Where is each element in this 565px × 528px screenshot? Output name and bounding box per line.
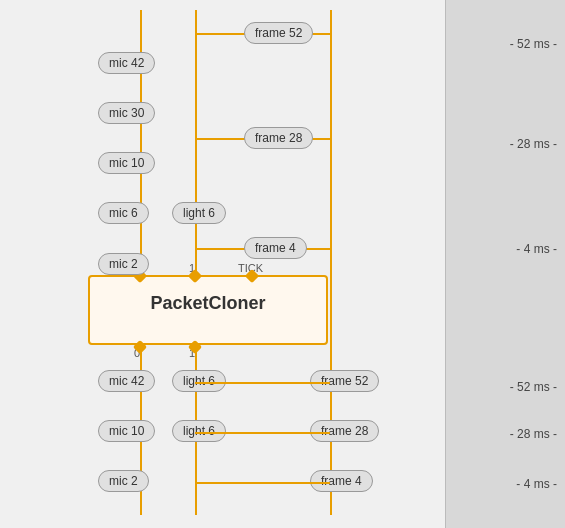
node-frame28-out[interactable]: frame 28 <box>310 420 379 442</box>
hline-out-frame52 <box>195 382 330 384</box>
node-light6-out2[interactable]: light 6 <box>172 420 226 442</box>
node-mic2-in[interactable]: mic 2 <box>98 253 149 275</box>
node-frame52-in[interactable]: frame 52 <box>244 22 313 44</box>
hline-out-frame4 <box>195 482 330 484</box>
timing-28ms-top: - 28 ms - <box>510 137 557 151</box>
timing-52ms-top: - 52 ms - <box>510 37 557 51</box>
node-frame28-in[interactable]: frame 28 <box>244 127 313 149</box>
timing-28ms-bot: - 28 ms - <box>510 427 557 441</box>
diagram-area: PacketCloner 0 1 TICK 0 1 mic 42 mic 30 … <box>0 0 390 528</box>
timing-52ms-bot: - 52 ms - <box>510 380 557 394</box>
node-frame4-in[interactable]: frame 4 <box>244 237 307 259</box>
timing-4ms-bot: - 4 ms - <box>516 477 557 491</box>
node-light6-out1[interactable]: light 6 <box>172 370 226 392</box>
hline-out-frame28 <box>195 432 330 434</box>
node-mic2-out[interactable]: mic 2 <box>98 470 149 492</box>
node-mic30-in[interactable]: mic 30 <box>98 102 155 124</box>
node-mic42-out[interactable]: mic 42 <box>98 370 155 392</box>
node-mic10-in[interactable]: mic 10 <box>98 152 155 174</box>
packet-cloner-label: PacketCloner <box>88 293 328 314</box>
timing-4ms-top: - 4 ms - <box>516 242 557 256</box>
node-mic6-in[interactable]: mic 6 <box>98 202 149 224</box>
node-frame52-out[interactable]: frame 52 <box>310 370 379 392</box>
node-light6-in[interactable]: light 6 <box>172 202 226 224</box>
node-mic42-in[interactable]: mic 42 <box>98 52 155 74</box>
node-mic10-out[interactable]: mic 10 <box>98 420 155 442</box>
node-frame4-out[interactable]: frame 4 <box>310 470 373 492</box>
timing-panel: - 52 ms - - 28 ms - - 4 ms - - 52 ms - -… <box>445 0 565 528</box>
